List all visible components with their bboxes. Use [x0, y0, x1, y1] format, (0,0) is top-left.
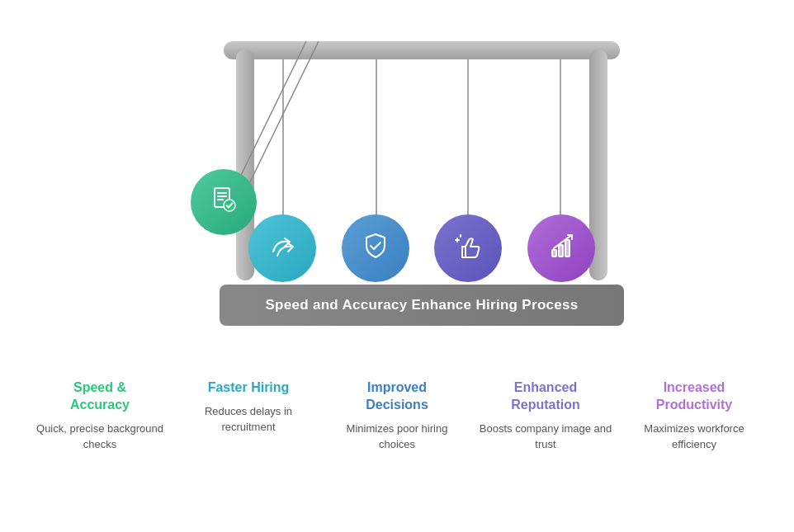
card-faster-desc: Reduces delays in recruitment: [178, 403, 319, 435]
card-faster-title: Faster Hiring: [208, 379, 290, 397]
svg-rect-17: [552, 250, 556, 257]
main-container: Speed and Accuracy Enhance Hiring Proces…: [0, 0, 794, 532]
caption-bar: Speed and Accuracy Enhance Hiring Proces…: [220, 285, 624, 326]
card-speed-accuracy: Speed &Accuracy Quick, precise backgroun…: [30, 379, 170, 453]
svg-rect-19: [565, 240, 570, 257]
ball-faster-hiring: [248, 214, 316, 282]
card-improved-decisions: ImprovedDecisions Minimizes poor hiring …: [327, 379, 467, 453]
balls-row: [224, 214, 620, 282]
shield-check-icon: [358, 228, 393, 269]
card-speed-desc: Quick, precise background checks: [30, 421, 170, 453]
card-decisions-title: ImprovedDecisions: [366, 379, 428, 414]
svg-rect-18: [559, 245, 563, 257]
caption-text: Speed and Accuracy Enhance Hiring Proces…: [265, 297, 578, 313]
arrow-right-icon: [265, 228, 300, 269]
card-productivity-desc: Maximizes workforce efficiency: [624, 421, 764, 453]
card-productivity-title: IncreasedProductivity: [656, 379, 732, 414]
card-faster-hiring: Faster Hiring Reduces delays in recruitm…: [178, 379, 319, 435]
thumbs-up-icon: [451, 228, 485, 269]
frame-top-bar: [224, 41, 620, 59]
ball-increased-productivity: [527, 214, 595, 282]
cards-row: Speed &Accuracy Quick, precise backgroun…: [1, 379, 793, 453]
card-speed-title: Speed &Accuracy: [70, 379, 130, 414]
card-enhanced-reputation: EnhancedReputation Boosts company image …: [475, 379, 616, 453]
card-increased-productivity: IncreasedProductivity Maximizes workforc…: [624, 379, 764, 453]
cradle-area: Speed and Accuracy Enhance Hiring Proces…: [108, 16, 686, 371]
card-decisions-desc: Minimizes poor hiring choices: [327, 421, 467, 453]
card-reputation-title: EnhancedReputation: [511, 379, 580, 414]
chart-bar-icon: [544, 228, 579, 269]
card-reputation-desc: Boosts company image and trust: [475, 421, 616, 453]
ball-improved-decisions: [342, 214, 409, 282]
ball-enhanced-reputation: [434, 214, 502, 282]
